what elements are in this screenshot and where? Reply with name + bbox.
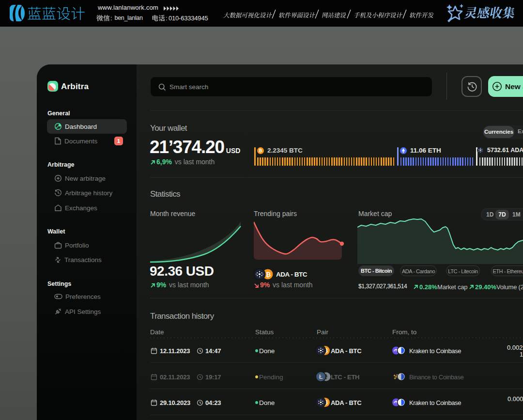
svg-text:₿: ₿ bbox=[259, 148, 262, 153]
svg-text:₿: ₿ bbox=[266, 271, 271, 278]
